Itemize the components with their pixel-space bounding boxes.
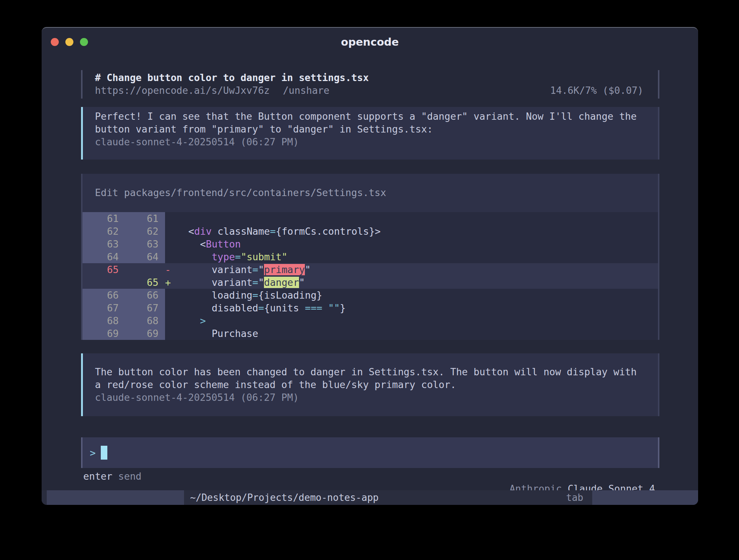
diff-code-line: - variant="primary" [165, 263, 659, 276]
message-text-line: Perfect! I can see that the Button compo… [95, 110, 646, 123]
context-marker [165, 251, 177, 262]
context-marker [165, 238, 177, 250]
new-line-number: 67 [120, 302, 165, 314]
old-line-number: 61 [81, 212, 120, 225]
context-marker [165, 213, 177, 224]
old-line-number: 69 [81, 327, 120, 340]
header-right-border [658, 70, 659, 99]
diff-code-line: <div className={formCs.controls}> [165, 225, 659, 238]
old-line-number: 64 [81, 250, 120, 263]
input-right-border [658, 437, 659, 468]
diff-code-line: type="submit" [165, 250, 659, 263]
old-line-number: 62 [81, 225, 120, 238]
share-url-link[interactable]: https://opencode.ai/s/UwJxv76z [95, 84, 270, 97]
added-marker: + [165, 277, 177, 288]
new-line-number: 63 [120, 238, 165, 250]
old-line-number [81, 276, 120, 289]
prompt-chevron: > [90, 447, 96, 459]
message-model-timestamp: claude-sonnet-4-20250514 (06:27 PM) [95, 391, 646, 404]
edit-tool-block: Edit packages/frontend/src/containers/Se… [81, 174, 659, 340]
message-right-border [658, 107, 659, 160]
new-line-number: 62 [120, 225, 165, 238]
diff-row: 6161 [81, 212, 659, 225]
old-line-number: 67 [81, 302, 120, 314]
prompt-input[interactable]: > [81, 437, 659, 468]
input-left-border [81, 437, 83, 468]
unshare-command[interactable]: /unshare [283, 84, 330, 97]
window-title: opencode [42, 36, 698, 48]
header-left-border [81, 70, 83, 99]
new-line-number [120, 263, 165, 276]
edit-file-label: Edit packages/frontend/src/containers/Se… [81, 174, 659, 212]
assistant-message: The button color has been changed to dan… [81, 353, 659, 416]
message-right-border [658, 353, 659, 416]
diff-row: 6363 <Button [81, 238, 659, 250]
assistant-message: Perfect! I can see that the Button compo… [81, 107, 659, 160]
context-marker [165, 226, 177, 237]
session-title: # Change button color to danger in setti… [95, 71, 643, 84]
session-content: # Change button color to danger in setti… [81, 70, 659, 483]
diff-code-line: > [165, 314, 659, 327]
old-line-number: 68 [81, 314, 120, 327]
old-line-number: 66 [81, 289, 120, 302]
diff-code-line: + variant="danger" [165, 276, 659, 289]
diff-code-line: <Button [165, 238, 659, 250]
working-directory: ~/Desktop/Projects/demo-notes-app [190, 490, 379, 505]
send-action-label: send [112, 470, 142, 483]
terminal-window: opencode # Change button color to danger… [42, 27, 698, 505]
status-bar: opencode v0.3.11 ~/Desktop/Projects/demo… [42, 490, 698, 505]
diff-row: 65- variant="primary" [81, 263, 659, 276]
new-line-number: 65 [120, 276, 165, 289]
diff-row: 6767 disabled={units === ""} [81, 302, 659, 314]
edit-left-border [81, 174, 83, 340]
token-cost-stats: 14.6K/7% ($0.07) [550, 84, 643, 97]
app-version-chip: opencode v0.3.11 [47, 490, 184, 505]
new-line-number: 64 [120, 250, 165, 263]
message-text-line: button variant from "primary" to "danger… [95, 123, 646, 135]
message-accent-bar [81, 353, 83, 416]
diff-row: 6464 type="submit" [81, 250, 659, 263]
tab-keybind-hint: tab [566, 490, 583, 505]
context-marker [165, 302, 177, 314]
new-line-number: 66 [120, 289, 165, 302]
diff-code-line: disabled={units === ""} [165, 302, 659, 314]
context-marker [165, 315, 177, 326]
new-line-number: 68 [120, 314, 165, 327]
mode-toggle-chip[interactable]: BUILD MODE [592, 490, 698, 505]
context-marker [165, 289, 177, 301]
diff-row: 65+ variant="danger" [81, 276, 659, 289]
footer-hints: enter send Anthropic Claude Sonnet 4 [81, 470, 659, 483]
diff-row: 6969 Purchase [81, 327, 659, 340]
old-line-number: 65 [81, 263, 120, 276]
context-marker [165, 328, 177, 339]
diff-table: 6161 6262 <div className={formCs.control… [81, 212, 659, 340]
diff-code-line: Purchase [165, 327, 659, 340]
message-model-timestamp: claude-sonnet-4-20250514 (06:27 PM) [95, 135, 646, 148]
message-accent-bar [81, 107, 83, 160]
diff-row: 6262 <div className={formCs.controls}> [81, 225, 659, 238]
removed-marker: - [165, 264, 177, 275]
message-text-line: a red/rose color scheme instead of the b… [95, 378, 646, 391]
diff-code-line: loading={isLoading} [165, 289, 659, 302]
message-text-line: The button color has been changed to dan… [95, 365, 646, 378]
new-line-number: 61 [120, 212, 165, 225]
edit-right-border [658, 174, 659, 340]
diff-row: 6666 loading={isLoading} [81, 289, 659, 302]
old-line-number: 63 [81, 238, 120, 250]
diff-row: 6868 > [81, 314, 659, 327]
enter-keybind-hint: enter [83, 470, 112, 483]
diff-code-line [165, 212, 659, 225]
session-header: # Change button color to danger in setti… [81, 70, 659, 99]
text-cursor [101, 446, 107, 460]
new-line-number: 69 [120, 327, 165, 340]
titlebar: opencode [42, 28, 698, 52]
